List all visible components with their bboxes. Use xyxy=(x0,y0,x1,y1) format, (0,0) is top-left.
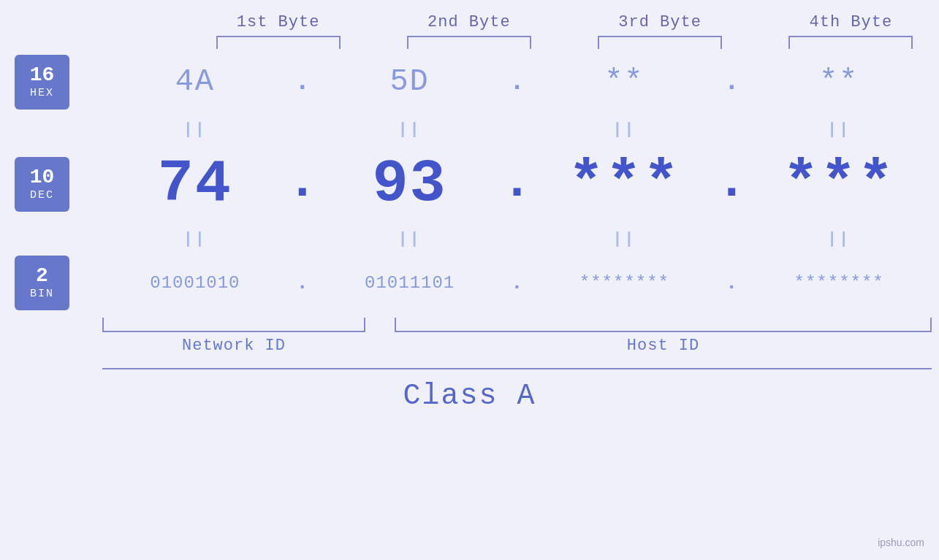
dec-dot3: . xyxy=(716,157,747,212)
eq2-b3-sign: || xyxy=(612,230,636,248)
hex-row: 16 HEX 4A . 5D . ** . ** xyxy=(0,49,939,115)
dec-b4-value: *** xyxy=(783,150,895,218)
byte3-label: 3rd Byte xyxy=(618,13,702,31)
hex-sep2: . xyxy=(503,67,532,97)
bin-sep2: . xyxy=(503,272,532,294)
hex-sep3: . xyxy=(717,67,746,97)
hex-b4: ** xyxy=(746,64,932,99)
hex-dot3: . xyxy=(723,67,740,97)
sep-spacer2 xyxy=(550,13,579,49)
watermark: ipshu.com xyxy=(878,537,924,548)
hex-dot2: . xyxy=(509,67,525,97)
bin-dot3: . xyxy=(726,272,738,294)
dec-badge-col: 10 DEC xyxy=(7,157,102,212)
bin-b2: 01011101 xyxy=(317,273,503,293)
hex-sep1: . xyxy=(288,67,317,97)
eq2-b3: || xyxy=(532,230,718,248)
byte3-bracket-top xyxy=(598,36,722,49)
full-bottom-line xyxy=(102,368,932,369)
dec-badge: 10 DEC xyxy=(15,157,69,212)
hex-b1: 4A xyxy=(102,64,288,99)
network-id-bracket xyxy=(102,318,365,332)
bin-sep1: . xyxy=(288,272,317,294)
host-id-label-col: Host ID xyxy=(395,337,932,355)
equals-row-2: || || || || xyxy=(0,224,939,253)
eq1-b2-sign: || xyxy=(398,120,421,139)
dec-b4: *** xyxy=(746,150,932,218)
host-id-bracket xyxy=(395,318,932,332)
hex-base-name: HEX xyxy=(30,87,54,99)
byte1-col-header: 1st Byte xyxy=(197,13,359,49)
eq1-b2: || xyxy=(317,120,503,139)
side-spacer xyxy=(102,13,197,49)
byte4-col-header: 4th Byte xyxy=(770,13,932,49)
eq2-b4-sign: || xyxy=(827,230,851,248)
byte3-col-header: 3rd Byte xyxy=(579,13,741,49)
dec-b2: 93 xyxy=(317,150,503,218)
equals-row-1: || || || || xyxy=(0,115,939,144)
byte1-bracket-top xyxy=(216,36,341,49)
bin-sep3: . xyxy=(717,272,746,294)
class-label-row: Class A xyxy=(0,380,939,413)
bin-b3: ******** xyxy=(532,273,718,293)
dec-b3: *** xyxy=(532,150,718,218)
hex-dot1: . xyxy=(294,67,311,97)
hex-base-number: 16 xyxy=(30,64,55,87)
eq2-b2-sign: || xyxy=(398,230,421,248)
hex-b2-value: 5D xyxy=(389,64,429,99)
class-label: Class A xyxy=(403,380,536,413)
byte2-col-header: 2nd Byte xyxy=(388,13,550,49)
hex-b2: 5D xyxy=(317,64,503,99)
hex-b1-value: 4A xyxy=(175,64,215,99)
hex-b3-value: ** xyxy=(604,64,644,99)
dec-b1-value: 74 xyxy=(158,150,232,218)
id-labels-row: Network ID Host ID xyxy=(0,337,939,355)
eq1-b3: || xyxy=(532,120,718,139)
network-id-label: Network ID xyxy=(182,337,286,355)
eq1-b3-sign: || xyxy=(612,120,636,139)
dec-b2-value: 93 xyxy=(372,150,446,218)
dec-sep3: . xyxy=(717,157,746,212)
eq1-b4: || xyxy=(746,120,932,139)
eq2-b2: || xyxy=(317,230,503,248)
bin-row: 2 BIN 01001010 . 01011101 . ******** . *… xyxy=(0,253,939,312)
bin-badge-col: 2 BIN xyxy=(7,256,102,310)
hex-badge-col: 16 HEX xyxy=(7,55,102,110)
bin-badge: 2 BIN xyxy=(15,256,69,310)
eq1-b1-sign: || xyxy=(183,120,207,139)
dec-b3-value: *** xyxy=(569,150,681,218)
bin-b4: ******** xyxy=(746,273,932,293)
byte2-label: 2nd Byte xyxy=(427,13,511,31)
eq2-b1: || xyxy=(102,230,288,248)
bottom-brackets-row xyxy=(0,318,939,332)
byte4-bracket-top xyxy=(788,36,913,49)
main-container: 1st Byte 2nd Byte 3rd Byte 4th Byte 16 H… xyxy=(0,0,939,560)
bin-b1-value: 01001010 xyxy=(150,273,240,293)
eq2-b4: || xyxy=(746,230,932,248)
host-id-label: Host ID xyxy=(627,337,699,355)
dec-sep2: . xyxy=(503,157,532,212)
dec-row: 10 DEC 74 . 93 . *** . *** xyxy=(0,144,939,224)
sep-spacer3 xyxy=(741,13,770,49)
sep-spacer1 xyxy=(359,13,388,49)
dec-dot2: . xyxy=(502,157,533,212)
bin-b4-value: ******** xyxy=(794,273,884,293)
hex-badge: 16 HEX xyxy=(15,55,69,110)
dec-base-number: 10 xyxy=(30,166,55,189)
dec-dot1: . xyxy=(287,157,318,212)
bin-b3-value: ******** xyxy=(579,273,669,293)
byte4-label: 4th Byte xyxy=(810,13,893,31)
bin-base-name: BIN xyxy=(30,288,54,300)
dec-sep1: . xyxy=(288,157,317,212)
dec-base-name: DEC xyxy=(30,189,54,202)
hex-b4-value: ** xyxy=(819,64,859,99)
header-row: 1st Byte 2nd Byte 3rd Byte 4th Byte xyxy=(0,0,939,49)
bin-b2-value: 01011101 xyxy=(365,273,455,293)
dec-b1: 74 xyxy=(102,150,288,218)
bin-dot1: . xyxy=(296,272,308,294)
bin-base-number: 2 xyxy=(36,265,48,288)
bin-b1: 01001010 xyxy=(102,273,288,293)
hex-b3: ** xyxy=(532,64,718,99)
eq1-b4-sign: || xyxy=(827,120,851,139)
network-id-label-col: Network ID xyxy=(102,337,365,355)
